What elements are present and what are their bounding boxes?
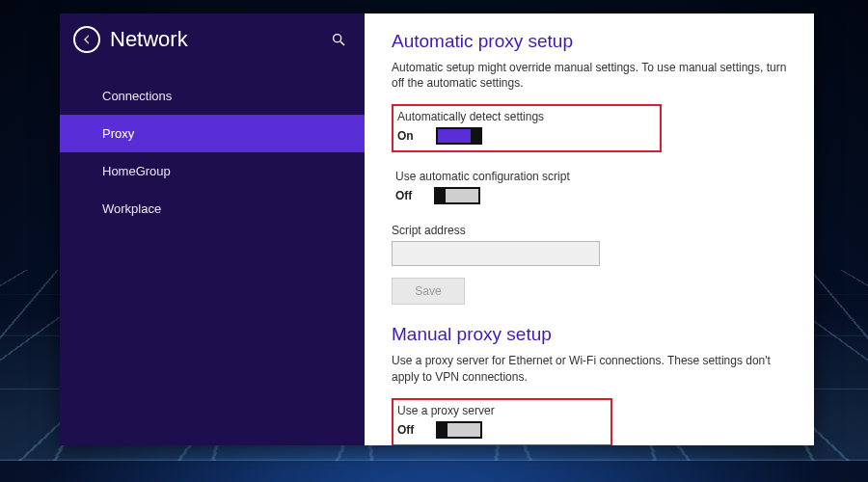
sidebar-item-proxy[interactable]: Proxy [60,115,365,152]
search-button[interactable] [326,27,351,52]
svg-line-1 [340,41,344,45]
page-title: Network [110,27,188,52]
save-button[interactable]: Save [392,278,465,305]
auto-script-state: Off [395,189,419,202]
sidebar: Network Connections Proxy HomeGroup Work… [60,13,365,445]
script-address-label: Script address [392,224,787,237]
automatic-proxy-description: Automatic setup might override manual se… [392,60,787,91]
use-proxy-toggle[interactable] [436,421,482,439]
sidebar-item-connections[interactable]: Connections [60,77,365,115]
svg-point-0 [334,35,341,42]
use-proxy-state: Off [397,423,420,437]
auto-detect-setting: Automatically detect settings On [392,104,662,152]
script-address-input[interactable] [392,241,600,266]
use-proxy-label: Use a proxy server [397,404,495,417]
auto-script-setting: Use automatic configuration script Off [392,166,576,210]
back-button[interactable] [73,26,100,53]
content-pane: Automatic proxy setup Automatic setup mi… [365,13,814,445]
sidebar-item-workplace[interactable]: Workplace [60,190,365,228]
use-proxy-setting: Use a proxy server Off [392,398,612,445]
sidebar-nav: Connections Proxy HomeGroup Workplace [60,77,365,228]
sidebar-header: Network [60,13,365,66]
manual-proxy-description: Use a proxy server for Ethernet or Wi-Fi… [392,353,787,384]
automatic-proxy-heading: Automatic proxy setup [392,31,787,52]
arrow-left-icon [80,33,94,46]
auto-detect-label: Automatically detect settings [397,110,544,123]
settings-window: Network Connections Proxy HomeGroup Work… [60,13,814,445]
auto-script-toggle[interactable] [434,187,480,204]
auto-detect-toggle[interactable] [436,127,482,145]
search-icon [331,32,346,47]
sidebar-item-homegroup[interactable]: HomeGroup [60,152,365,190]
manual-proxy-heading: Manual proxy setup [392,324,787,345]
auto-detect-state: On [397,129,420,143]
auto-script-label: Use automatic configuration script [395,170,570,183]
